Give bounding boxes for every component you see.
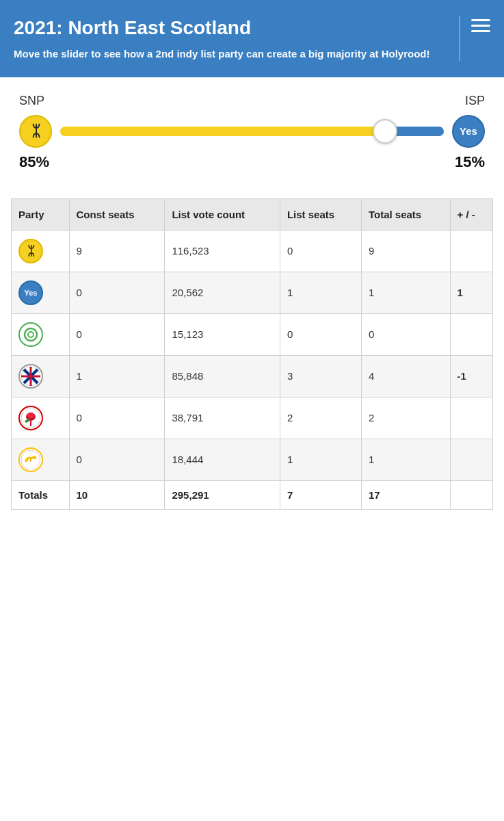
unionist-list-seats: 3 — [280, 355, 361, 397]
libdem-total-seats: 1 — [361, 439, 450, 480]
table-row: 0 15,123 0 0 — [12, 313, 493, 355]
labour-table-icon — [18, 406, 43, 430]
libdem-svg — [21, 450, 40, 469]
totals-list-vote: 295,291 — [165, 480, 280, 509]
slider-section: SNP ISP ᛯ Yes 85% 15% — [0, 77, 504, 182]
libdem-change — [450, 439, 492, 480]
totals-total-seats: 17 — [361, 480, 450, 509]
col-change: + / - — [450, 198, 492, 230]
header-text: 2021: North East Scotland Move the slide… — [14, 16, 448, 61]
header: 2021: North East Scotland Move the slide… — [0, 0, 504, 77]
isp-table-text: Yes — [25, 289, 38, 297]
party-cell-unionist — [12, 355, 70, 397]
labour-svg — [21, 408, 40, 428]
totals-const-seats: 10 — [69, 480, 165, 509]
col-const-seats: Const seats — [69, 198, 165, 230]
isp-table-icon: Yes — [18, 281, 43, 305]
libdem-list-vote: 18,444 — [165, 439, 280, 480]
col-list-seats: List seats — [280, 198, 361, 230]
col-list-vote-count: List vote count — [165, 198, 280, 230]
table-row: Yes 0 20,562 1 1 1 — [12, 272, 493, 313]
unionist-list-vote: 85,848 — [165, 355, 280, 397]
party-cell-green — [12, 313, 70, 355]
green-svg — [23, 327, 38, 342]
svg-text:ᛯ: ᛯ — [31, 122, 40, 140]
isp-change: 1 — [450, 272, 492, 313]
party-cell-labour — [12, 397, 70, 439]
snp-table-svg: ᛯ — [23, 244, 38, 259]
snp-total-seats: 9 — [361, 230, 450, 272]
unionist-table-icon — [18, 364, 43, 389]
snp-change — [450, 230, 492, 272]
snp-percent: 85% — [19, 153, 49, 171]
header-title: 2021: North East Scotland — [14, 16, 448, 40]
labour-const-seats: 0 — [69, 397, 165, 439]
green-table-icon — [18, 322, 43, 347]
svg-point-2 — [25, 328, 37, 341]
libdem-table-icon — [18, 447, 43, 472]
table-row: 0 18,444 1 1 — [12, 439, 493, 480]
isp-icon-text: Yes — [460, 125, 477, 137]
slider-row: ᛯ Yes — [19, 115, 485, 148]
green-total-seats: 0 — [361, 313, 450, 355]
party-cell-snp: ᛯ — [12, 230, 70, 272]
snp-label: SNP — [19, 94, 44, 108]
snp-list-vote: 116,523 — [165, 230, 280, 272]
green-change — [450, 313, 492, 355]
libdem-const-seats: 0 — [69, 439, 165, 480]
isp-party-icon: Yes — [452, 115, 485, 148]
percent-labels: 85% 15% — [19, 153, 485, 171]
isp-list-vote: 20,562 — [165, 272, 280, 313]
header-subtitle: Move the slider to see how a 2nd indy li… — [14, 47, 448, 61]
snp-table-icon: ᛯ — [18, 239, 43, 263]
totals-label: Totals — [12, 480, 70, 509]
table-section: Party Const seats List vote count List s… — [0, 182, 504, 521]
libdem-list-seats: 1 — [280, 439, 361, 480]
totals-list-seats: 7 — [280, 480, 361, 509]
labour-change — [450, 397, 492, 439]
snp-party-icon: ᛯ — [19, 115, 52, 148]
green-list-vote: 15,123 — [165, 313, 280, 355]
unionist-const-seats: 1 — [69, 355, 165, 397]
saltire-svg — [21, 367, 40, 386]
slider-track-container[interactable] — [60, 115, 444, 148]
menu-button[interactable] — [471, 16, 490, 32]
table-row: 1 85,848 3 4 -1 — [12, 355, 493, 397]
svg-text:ᛯ: ᛯ — [27, 244, 35, 258]
party-cell-isp: Yes — [12, 272, 70, 313]
menu-bar-2 — [471, 25, 490, 27]
totals-change — [450, 480, 492, 509]
results-table: Party Const seats List vote count List s… — [11, 198, 493, 510]
menu-bar-1 — [471, 19, 490, 21]
menu-bar-3 — [471, 30, 490, 32]
svg-point-13 — [29, 413, 33, 417]
snp-list-seats: 0 — [280, 230, 361, 272]
labour-total-seats: 2 — [361, 397, 450, 439]
table-header-row: Party Const seats List vote count List s… — [12, 198, 493, 230]
svg-point-16 — [34, 456, 36, 458]
table-row: ᛯ 9 116,523 0 9 — [12, 230, 493, 272]
col-total-seats: Total seats — [361, 198, 450, 230]
unionist-change: -1 — [450, 355, 492, 397]
col-party: Party — [12, 198, 70, 230]
isp-total-seats: 1 — [361, 272, 450, 313]
labour-list-seats: 2 — [280, 397, 361, 439]
header-divider — [459, 16, 460, 61]
totals-row: Totals 10 295,291 7 17 — [12, 480, 493, 509]
table-row: 0 38,791 2 2 — [12, 397, 493, 439]
isp-percent: 15% — [455, 153, 485, 171]
slider-track — [60, 127, 444, 136]
snp-const-seats: 9 — [69, 230, 165, 272]
isp-label: ISP — [465, 94, 485, 108]
isp-list-seats: 1 — [280, 272, 361, 313]
labour-list-vote: 38,791 — [165, 397, 280, 439]
unionist-total-seats: 4 — [361, 355, 450, 397]
isp-const-seats: 0 — [69, 272, 165, 313]
svg-point-3 — [28, 332, 34, 337]
snp-icon-svg: ᛯ — [27, 122, 44, 140]
green-const-seats: 0 — [69, 313, 165, 355]
green-list-seats: 0 — [280, 313, 361, 355]
party-cell-libdem — [12, 439, 70, 480]
slider-thumb[interactable] — [373, 119, 397, 144]
slider-party-labels: SNP ISP — [19, 94, 485, 108]
